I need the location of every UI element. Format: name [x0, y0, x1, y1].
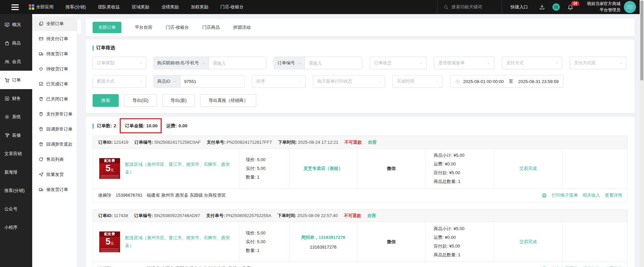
- print-eorder-link[interactable]: 打印电子面单: [552, 266, 578, 267]
- payment-cell: 微信: [357, 222, 426, 262]
- card-icon: [39, 36, 44, 41]
- order-nav-pay-abnormal[interactable]: 支付异常订单: [32, 107, 77, 122]
- vertical-scrollbar[interactable]: [640, 0, 644, 267]
- order-nav-unpaid[interactable]: 待支付订单: [32, 31, 77, 46]
- first-order-select[interactable]: 是否搜索首单: [434, 57, 494, 69]
- product-title-link[interactable]: 配送区域（泉州市区、晋江市、南安市、石狮市、惠安县）: [125, 234, 232, 250]
- buyer-name-phone[interactable]: 周招弟，13163917276: [301, 235, 345, 241]
- trash-icon: [39, 96, 44, 102]
- sort-select[interactable]: 排序: [252, 75, 306, 88]
- avatar[interactable]: [624, 1, 636, 13]
- topmenu-item-weighted-reward[interactable]: 加权奖励: [191, 4, 208, 10]
- truck-icon: [39, 51, 44, 56]
- delivery-method-select[interactable]: 配送方式: [93, 75, 146, 88]
- topmenu-item-performance-reward[interactable]: 业绩奖励: [161, 4, 179, 10]
- buyer-field-select[interactable]: 购买昵称/姓名/手机号: [154, 57, 209, 69]
- paint-roller-icon: [4, 133, 10, 138]
- order-nav-callback-abnormal[interactable]: 回调异常订单: [32, 122, 77, 137]
- order-nav-callback-refund[interactable]: 回调异常退款: [32, 137, 77, 152]
- quick-entry-link[interactable]: 快捷入口: [511, 4, 528, 10]
- order-nav-completed[interactable]: 已完成订单: [32, 76, 77, 91]
- order-actions: 打印电子面单 相关收入 查看详情: [541, 266, 622, 267]
- order-status-select[interactable]: 订单状态: [370, 57, 427, 69]
- trash-icon: [39, 142, 44, 147]
- related-income-link[interactable]: 相关收入: [583, 192, 600, 198]
- product-image[interactable]: 配送费 5元: [99, 231, 120, 252]
- export-direct-button[interactable]: 导出直推（经销商）: [200, 94, 256, 107]
- sidebar-collapse-handle[interactable]: [77, 19, 82, 35]
- date-range-picker[interactable]: 2025-08-01 00:00:00 至 2025-08-31 23:59:5…: [450, 75, 564, 88]
- product-id-field-select[interactable]: 商品ID: [154, 75, 180, 87]
- chevron-down-icon: [619, 61, 623, 65]
- copy-icon: [39, 21, 44, 26]
- product-image[interactable]: 配送费 5元: [99, 158, 120, 179]
- pay-group-select[interactable]: 支付方式组: [570, 57, 627, 69]
- sidebar-item-goods[interactable]: 商品: [0, 34, 32, 52]
- hamburger-menu-icon[interactable]: [11, 4, 19, 10]
- filter-title: 订单筛选: [93, 45, 628, 51]
- chevron-down-icon: [139, 80, 143, 83]
- sidebar-item-article-marketing[interactable]: 文章营销: [0, 144, 32, 163]
- chevron-down-icon: [419, 61, 423, 65]
- clock-icon: [455, 79, 460, 84]
- sidebar-item-promoter[interactable]: 推客(分销): [0, 181, 32, 200]
- finish-time-select[interactable]: 完成时间: [392, 75, 443, 88]
- order-header: 订单ID:117438 订单编号:SN250809225746AD97 支付单号…: [93, 209, 628, 222]
- sidebar-item-overview[interactable]: 概况: [0, 15, 32, 34]
- sidebar-item-new-poster[interactable]: 新海报: [0, 163, 32, 181]
- view-detail-link[interactable]: 查看详情: [605, 192, 622, 198]
- tab-platform-self[interactable]: 平台自营: [135, 24, 152, 30]
- tab-all-orders[interactable]: 全部订单: [93, 22, 121, 33]
- sidebar-item-mini-program[interactable]: 小程序: [0, 218, 32, 237]
- global-search-input[interactable]: 搜索功能关键词: [437, 0, 502, 14]
- store-name[interactable]: 灵芝专卖店（茶姐）: [304, 165, 343, 172]
- order-nav-all[interactable]: 全部订单: [32, 16, 77, 31]
- totals-cell: 商品小计: ¥5.00 运费: ¥0.00 应付款: ¥5.00 商品总数量: …: [426, 222, 494, 262]
- view-detail-link[interactable]: 查看详情: [605, 266, 622, 267]
- order-type-select[interactable]: 订单类型: [93, 57, 146, 69]
- order-no-input[interactable]: [305, 57, 362, 69]
- pay-method-select[interactable]: 支付方式: [502, 57, 562, 69]
- product-title-link[interactable]: 配送区域（泉州市区、晋江市、南安市、石狮市、惠安县）: [125, 161, 232, 176]
- order-nav-to-receive[interactable]: 待收货订单: [32, 61, 77, 76]
- product-id-input[interactable]: [180, 75, 244, 87]
- buyer-search-combo: 购买昵称/姓名/手机号: [154, 57, 266, 69]
- truck-icon: [39, 187, 44, 192]
- price-cell: 现价: 5.00 实付: 5.00 数量: 1: [239, 149, 289, 188]
- tab-store-cashier[interactable]: 门店-收银台: [166, 24, 189, 30]
- sidebar-item-members[interactable]: 会员: [0, 52, 32, 71]
- order-no-field-select[interactable]: 订单编号: [274, 57, 305, 69]
- order-nav-closed[interactable]: 已关闭订单: [32, 91, 77, 107]
- sidebar-item-finance[interactable]: 财务: [0, 89, 32, 108]
- tab-store-goods[interactable]: 门店商品: [202, 24, 220, 30]
- buyer-search-input[interactable]: [209, 57, 266, 69]
- order-stats: 订单数:2 订单金额:10.00 运费:0.00: [93, 123, 628, 129]
- circle-app-icon[interactable]: [552, 3, 560, 11]
- sidebar-item-system[interactable]: 系统: [0, 108, 32, 126]
- order-nav-batch-ship[interactable]: 批量发货: [32, 167, 77, 182]
- topmenu-item-region-reward[interactable]: 区域奖励: [132, 4, 149, 10]
- topmenu-item-promoter[interactable]: 推客(分销): [66, 4, 86, 10]
- sidebar-item-official-account[interactable]: 公众号: [0, 200, 32, 218]
- scrollbar-thumb[interactable]: [640, 1, 643, 80]
- product-cell: 配送费 5元 配送区域（泉州市区、晋江市、南安市、石狮市、惠安县）: [93, 149, 239, 188]
- topmenu-item-team-reward[interactable]: 团队奖收益: [98, 4, 120, 10]
- topmenu-item-store-cashier[interactable]: 门店-收银台: [220, 4, 244, 10]
- export-new-button[interactable]: 导出(新): [162, 94, 195, 107]
- tab-group-activity[interactable]: 拼团活动: [233, 24, 251, 30]
- sidebar-item-orders[interactable]: 订单: [0, 71, 32, 89]
- eorder-print-status-select[interactable]: 电子面单打印状态: [313, 75, 385, 88]
- notifications-button[interactable]: 34: [567, 4, 574, 10]
- non-refundable-flag: 不可退款: [344, 139, 362, 145]
- product-id-combo: 商品ID: [154, 75, 245, 88]
- order-nav-urge-ship[interactable]: 催发货订单: [32, 182, 77, 197]
- sidebar-item-decoration[interactable]: 装修: [0, 126, 32, 144]
- export-old-button[interactable]: 导出(旧): [124, 94, 157, 107]
- order-nav-to-ship[interactable]: 待发货订单: [32, 46, 77, 61]
- topmenu-item-all-apps[interactable]: 全部应用: [29, 4, 54, 10]
- order-nav-aftersale[interactable]: 售后列表: [32, 152, 77, 167]
- related-income-link[interactable]: 相关收入: [583, 266, 600, 267]
- print-eorder-link[interactable]: 打印电子面单: [552, 192, 578, 198]
- download-icon[interactable]: [539, 4, 545, 10]
- search-button[interactable]: 搜索: [93, 94, 119, 107]
